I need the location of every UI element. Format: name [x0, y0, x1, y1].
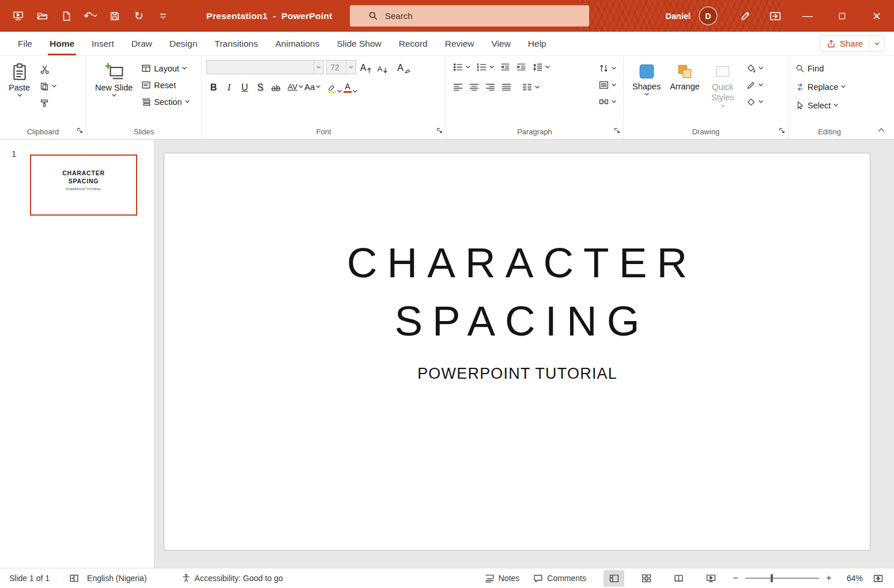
change-case-button[interactable]: Aa	[304, 80, 320, 94]
drawing-dialog-launcher[interactable]	[779, 126, 785, 136]
align-center-button[interactable]	[467, 80, 481, 95]
redo-button[interactable]: ↻	[128, 5, 150, 27]
spell-check-button[interactable]	[69, 574, 79, 583]
user-avatar[interactable]: D	[699, 6, 718, 25]
slide-sorter-view-button[interactable]	[636, 570, 657, 587]
share-main[interactable]: Share	[820, 36, 869, 51]
shapes-button[interactable]: Shapes	[628, 60, 665, 99]
reset-button[interactable]: Reset	[139, 78, 191, 92]
font-name-dropdown[interactable]	[314, 61, 323, 74]
share-dropdown[interactable]	[869, 36, 884, 51]
text-shadow-button[interactable]: S	[253, 80, 267, 94]
section-button[interactable]: Section	[139, 95, 191, 109]
slide-subtitle[interactable]: POWERPOINT TUTORIAL	[164, 365, 870, 383]
inking-pen-icon[interactable]	[730, 0, 760, 32]
strikethrough-button[interactable]: ab	[269, 80, 283, 94]
paste-button[interactable]: Paste	[5, 60, 34, 100]
tab-slide-show[interactable]: Slide Show	[328, 32, 390, 55]
increase-font-size-button[interactable]: A	[359, 60, 373, 74]
tab-home[interactable]: Home	[41, 32, 83, 55]
font-size-input[interactable]	[327, 61, 346, 74]
open-file-icon[interactable]	[31, 5, 53, 27]
tab-draw[interactable]: Draw	[123, 32, 161, 55]
text-direction-button[interactable]	[597, 61, 618, 76]
tab-record[interactable]: Record	[390, 32, 436, 55]
underline-button[interactable]: U	[237, 80, 252, 94]
shape-outline-button[interactable]	[744, 78, 765, 92]
share-button[interactable]: Share	[820, 35, 885, 52]
convert-to-smartart-button[interactable]	[597, 95, 618, 109]
zoom-percentage[interactable]: 64%	[839, 574, 863, 583]
tab-design[interactable]: Design	[161, 32, 206, 55]
normal-view-button[interactable]	[603, 570, 624, 587]
user-name[interactable]: Daniel	[665, 12, 691, 21]
bullets-button[interactable]	[451, 60, 473, 74]
zoom-in-button[interactable]: +	[825, 573, 833, 583]
tab-animations[interactable]: Animations	[266, 32, 328, 55]
shape-effects-button[interactable]	[744, 95, 765, 109]
comments-button[interactable]: Comments	[533, 574, 586, 583]
start-slideshow-icon[interactable]	[7, 5, 29, 27]
notes-button[interactable]: Notes	[485, 574, 520, 583]
paragraph-dialog-launcher[interactable]	[614, 126, 620, 136]
align-text-button[interactable]	[597, 78, 618, 92]
tab-insert[interactable]: Insert	[83, 32, 123, 55]
tab-help[interactable]: Help	[519, 32, 555, 55]
save-button[interactable]	[104, 5, 126, 27]
decrease-indent-button[interactable]	[498, 60, 512, 74]
font-color-button[interactable]: A	[343, 80, 357, 94]
minimize-button[interactable]: —	[790, 0, 825, 32]
text-highlight-button[interactable]	[327, 80, 342, 94]
font-name-combo[interactable]	[206, 60, 324, 74]
quick-styles-button[interactable]: Quick Styles	[705, 60, 741, 110]
increase-indent-button[interactable]	[514, 60, 529, 74]
italic-button[interactable]: I	[222, 80, 236, 94]
new-file-icon[interactable]	[55, 5, 77, 27]
bold-button[interactable]: B	[206, 80, 221, 94]
line-spacing-button[interactable]	[530, 60, 552, 74]
font-name-input[interactable]	[207, 61, 314, 74]
copy-button[interactable]	[37, 79, 59, 93]
search-input[interactable]	[385, 11, 558, 21]
slide-canvas[interactable]: CHARACTER SPACING POWERPOINT TUTORIAL	[164, 153, 870, 551]
reading-view-button[interactable]	[668, 570, 689, 587]
zoom-slider[interactable]	[745, 578, 819, 579]
decrease-font-size-button[interactable]: A	[375, 60, 390, 74]
tab-transitions[interactable]: Transitions	[206, 32, 266, 55]
zoom-out-button[interactable]: −	[731, 573, 740, 583]
cut-button[interactable]	[37, 62, 59, 77]
justify-button[interactable]	[499, 80, 514, 95]
fit-slide-to-window-button[interactable]	[867, 570, 888, 587]
font-size-dropdown[interactable]	[346, 61, 356, 74]
select-button[interactable]: Select	[793, 98, 866, 112]
replace-button[interactable]: Replace	[793, 80, 866, 94]
character-spacing-button[interactable]: AV	[288, 80, 303, 94]
language-indicator[interactable]: English (Nigeria)	[87, 574, 146, 583]
columns-button[interactable]	[520, 80, 542, 95]
clipboard-dialog-launcher[interactable]	[77, 126, 83, 136]
zoom-slider-thumb[interactable]	[771, 574, 773, 582]
layout-button[interactable]: Layout	[139, 61, 191, 76]
presenter-window-icon[interactable]	[760, 0, 790, 32]
align-right-button[interactable]	[483, 80, 497, 95]
align-left-button[interactable]	[451, 80, 465, 95]
format-painter-button[interactable]	[37, 96, 59, 110]
collapse-ribbon-button[interactable]	[878, 124, 885, 134]
slide-title[interactable]: CHARACTER SPACING	[164, 234, 870, 350]
new-slide-button[interactable]: New Slide	[91, 60, 137, 100]
clear-formatting-button[interactable]: A	[397, 60, 411, 74]
numbering-button[interactable]	[474, 60, 496, 74]
arrange-button[interactable]: Arrange	[666, 60, 704, 94]
slide-thumbnail[interactable]: CHARACTER SPACING POWERPOINT TUTORIAL	[30, 154, 137, 216]
tab-file[interactable]: File	[9, 32, 41, 55]
undo-button[interactable]: ↶	[80, 5, 101, 27]
search-box[interactable]	[350, 5, 589, 27]
tab-view[interactable]: View	[483, 32, 519, 55]
font-size-combo[interactable]	[326, 60, 356, 74]
close-button[interactable]: ×	[859, 0, 894, 32]
maximize-button[interactable]	[825, 0, 859, 32]
customize-qat-button[interactable]	[152, 5, 174, 27]
font-dialog-launcher[interactable]	[436, 126, 443, 136]
find-button[interactable]: Find	[793, 61, 866, 76]
tab-review[interactable]: Review	[436, 32, 483, 55]
